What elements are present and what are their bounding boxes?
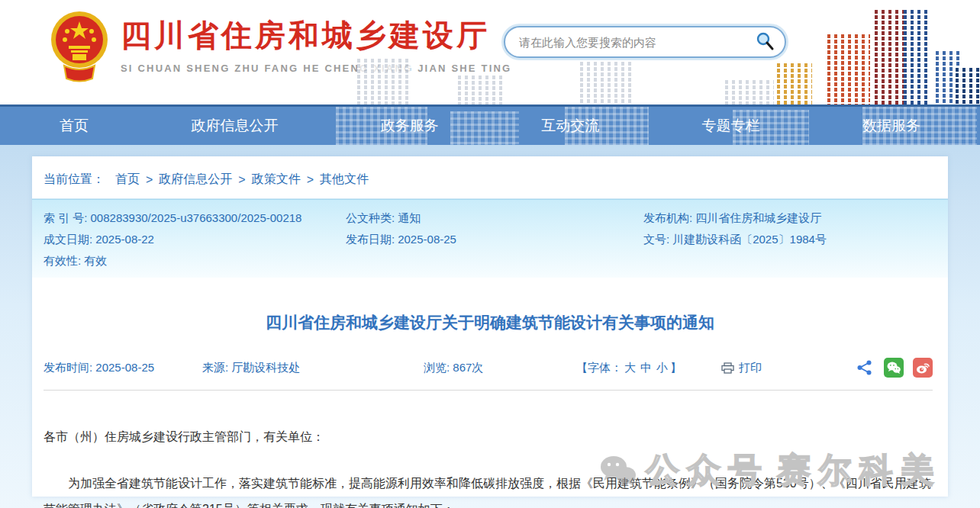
content-panel: 当前位置： 首页 > 政府信息公开 > 政策文件 > 其他文件 索 引 号:00… — [32, 156, 948, 497]
nav-item-data-services[interactable]: 数据服务 — [862, 116, 920, 136]
building-graphic — [904, 8, 931, 104]
building-graphic — [450, 111, 519, 145]
article-meta-bar: 发布时间: 2025-08-25 来源: 厅勘设科技处 浏览: 867次 【字体… — [44, 358, 933, 391]
breadcrumb-separator: > — [238, 173, 245, 187]
wechat-icon — [886, 361, 901, 375]
search-box — [504, 26, 786, 58]
doc-date-written: 成文日期:2025-08-22 — [44, 233, 346, 247]
printer-icon — [721, 362, 734, 374]
weibo-share-button[interactable] — [913, 358, 933, 378]
building-graphic — [777, 62, 812, 104]
doc-type: 公文种类:通知 — [346, 211, 643, 226]
article-source: 来源: 厅勘设科技处 — [202, 361, 424, 375]
print-button[interactable]: 打印 — [721, 361, 762, 375]
article-salutation: 各市（州）住房城乡建设行政主管部门，有关单位： — [44, 424, 934, 450]
breadcrumb-separator: > — [146, 173, 153, 187]
document-info-table: 索 引 号:008283930/2025-u37663300/2025-0021… — [32, 199, 948, 278]
doc-publisher: 发布机构:四川省住房和城乡建设厅 — [643, 211, 936, 226]
article-paragraph: 为加强全省建筑节能设计工作，落实建筑节能标准，提高能源利用效率和降低碳排放强度，… — [44, 471, 934, 508]
font-size-medium[interactable]: 中 — [640, 361, 652, 374]
building-graphic — [357, 57, 411, 104]
print-label: 打印 — [739, 361, 762, 375]
article-title: 四川省住房和城乡建设厅关于明确建筑节能设计有关事项的通知 — [32, 312, 948, 333]
doc-date-published: 发布日期:2025-08-25 — [346, 233, 643, 247]
font-size-small[interactable]: 小 — [656, 361, 668, 374]
share-nodes-button[interactable] — [855, 358, 875, 378]
share-bar — [855, 358, 933, 378]
building-graphic — [725, 79, 774, 104]
breadcrumb-item-home[interactable]: 首页 — [115, 172, 140, 188]
site-title-block: 四川省住房和城乡建设厅 SI CHUAN SHENG ZHU FANG HE C… — [121, 17, 511, 74]
breadcrumb-location-label: 当前位置： — [44, 172, 105, 188]
weibo-icon — [915, 361, 930, 375]
building-graphic — [580, 60, 635, 104]
breadcrumb-item-gov-info[interactable]: 政府信息公开 — [159, 172, 232, 188]
doc-validity: 有效性:有效 — [44, 254, 346, 268]
font-size-control: 【字体：大中小】 — [576, 361, 721, 375]
main-nav: 首页 政府信息公开 政务服务 互动交流 专题专栏 数据服务 — [0, 104, 980, 145]
search-input[interactable] — [519, 36, 754, 49]
page: 四川省住房和城乡建设厅 SI CHUAN SHENG ZHU FANG HE C… — [0, 0, 980, 508]
nav-item-services[interactable]: 政务服务 — [381, 116, 439, 136]
nav-item-special-topics[interactable]: 专题专栏 — [702, 116, 760, 136]
building-graphic — [875, 8, 904, 104]
search-button[interactable] — [754, 31, 775, 53]
nav-item-home[interactable]: 首页 — [60, 116, 89, 136]
view-count: 浏览: 867次 — [424, 361, 576, 375]
font-size-large[interactable]: 大 — [624, 361, 636, 374]
breadcrumb: 当前位置： 首页 > 政府信息公开 > 政策文件 > 其他文件 — [32, 156, 948, 199]
site-subtitle: SI CHUAN SHENG ZHU FANG HE CHENG XIANG J… — [121, 63, 511, 74]
doc-number: 文号:川建勘设科函〔2025〕1984号 — [643, 233, 936, 247]
breadcrumb-item-policy-docs[interactable]: 政策文件 — [252, 172, 301, 188]
publish-time: 发布时间: 2025-08-25 — [44, 361, 202, 375]
building-graphic — [458, 74, 504, 104]
site-header: 四川省住房和城乡建设厅 SI CHUAN SHENG ZHU FANG HE C… — [0, 0, 980, 104]
share-nodes-icon — [856, 359, 873, 376]
magnifier-icon — [755, 31, 775, 51]
site-title: 四川省住房和城乡建设厅 — [121, 17, 511, 53]
building-graphic — [827, 33, 870, 104]
nav-item-gov-info[interactable]: 政府信息公开 — [191, 116, 278, 136]
article-body: 各市（州）住房城乡建设行政主管部门，有关单位： 为加强全省建筑节能设计工作，落实… — [32, 424, 948, 508]
breadcrumb-separator: > — [307, 173, 314, 187]
wechat-share-button[interactable] — [884, 358, 904, 378]
breadcrumb-item-other-docs[interactable]: 其他文件 — [320, 172, 369, 188]
doc-index-number: 索 引 号:008283930/2025-u37663300/2025-0021… — [44, 211, 346, 226]
building-graphic — [956, 66, 980, 104]
nav-item-interaction[interactable]: 互动交流 — [541, 116, 599, 136]
national-emblem-logo — [49, 6, 110, 82]
